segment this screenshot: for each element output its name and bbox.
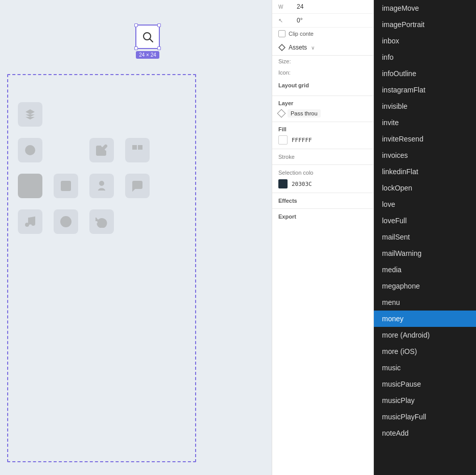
size-field-label: Size: xyxy=(278,58,296,64)
selection-color-title: Selection colo xyxy=(278,170,314,176)
dropdown-item-media[interactable]: media xyxy=(374,262,476,278)
svg-rect-5 xyxy=(61,181,70,191)
dropdown-item-inbox[interactable]: inbox xyxy=(374,33,476,49)
search-icon xyxy=(141,31,154,43)
dropdown-item-infoOutline[interactable]: infoOutline xyxy=(374,65,476,82)
effects-title: Effects xyxy=(278,198,297,204)
dropdown-item-more-ios[interactable]: more (iOS) xyxy=(374,343,476,360)
element-size-label: 24 × 24 xyxy=(136,51,159,59)
main-layout: 24 × 24 xyxy=(0,0,476,475)
size-row: Size: xyxy=(272,56,373,67)
icon-row: Icon: xyxy=(272,67,373,78)
fill-section: Fill FFFFFF xyxy=(272,122,373,149)
properties-panel: W 24 ↖ 0° Clip conte Assets ∨ Size: Icon… xyxy=(272,0,374,475)
icon-cell xyxy=(125,138,150,162)
layer-diamond-icon xyxy=(277,109,286,118)
fill-color-swatch[interactable] xyxy=(278,135,288,145)
diamond-icon xyxy=(278,44,285,51)
icon-cell xyxy=(18,209,42,234)
dropdown-item-imagePortrait[interactable]: imagePortrait xyxy=(374,16,476,33)
layer-title: Layer xyxy=(278,100,367,106)
handle-bl xyxy=(134,46,138,50)
dropdown-item-inviteResend[interactable]: inviteResend xyxy=(374,131,476,147)
svg-point-7 xyxy=(26,223,29,226)
dropdown-item-instagramFlat[interactable]: instagramFlat xyxy=(374,82,476,98)
dropdown-item-money[interactable]: money xyxy=(374,311,476,327)
dropdown-item-musicPause[interactable]: musicPause xyxy=(374,376,476,392)
selection-color-section: Selection colo 20303C xyxy=(272,165,373,193)
angle-value[interactable]: 0° xyxy=(297,17,302,24)
fill-color-row: FFFFFF xyxy=(278,135,367,145)
icon-field-label: Icon: xyxy=(278,69,296,76)
svg-point-6 xyxy=(100,181,104,185)
dropdown-item-love[interactable]: love xyxy=(374,196,476,212)
icon-cell xyxy=(54,174,78,198)
clip-content-row[interactable]: Clip conte xyxy=(272,28,373,40)
selection-color-value[interactable]: 20303C xyxy=(292,181,312,187)
dropdown-item-mailSent[interactable]: mailSent xyxy=(374,229,476,245)
assets-label: Assets xyxy=(289,44,307,51)
selected-element[interactable]: 24 × 24 xyxy=(135,25,160,59)
width-value[interactable]: 24 xyxy=(297,3,303,10)
dropdown-item-invoices[interactable]: invoices xyxy=(374,147,476,163)
angle-row: ↖ 0° xyxy=(272,14,373,28)
svg-rect-3 xyxy=(133,146,136,149)
assets-chevron: ∨ xyxy=(311,45,315,51)
dropdown-item-noteAdd[interactable]: noteAdd xyxy=(374,425,476,441)
icon-cell xyxy=(18,138,42,162)
dropdown-item-mailWarning[interactable]: mailWarning xyxy=(374,245,476,262)
layer-section: Layer Pass throu xyxy=(272,96,373,122)
icon-cell xyxy=(54,209,78,234)
dropdown-item-musicPlayFull[interactable]: musicPlayFull xyxy=(374,409,476,425)
handle-br xyxy=(157,46,161,50)
dropdown-item-invite[interactable]: invite xyxy=(374,114,476,131)
assets-row[interactable]: Assets ∨ xyxy=(272,40,373,56)
dropdown-item-megaphone[interactable]: megaphone xyxy=(374,278,476,294)
export-title: Export xyxy=(278,213,296,220)
svg-rect-4 xyxy=(138,146,142,149)
icon-grid xyxy=(18,102,156,240)
canvas-area[interactable]: 24 × 24 xyxy=(0,0,272,475)
icon-cell xyxy=(125,174,150,198)
layout-grid-title: Layout grid xyxy=(278,82,367,88)
dimensions-row: W 24 xyxy=(272,0,373,14)
width-label: W xyxy=(278,4,294,10)
selection-color-swatch[interactable] xyxy=(278,179,288,188)
icon-cell xyxy=(89,174,114,198)
svg-line-1 xyxy=(150,39,153,42)
export-section: Export xyxy=(272,209,373,224)
clip-checkbox[interactable] xyxy=(278,30,285,37)
stroke-title: Stroke xyxy=(278,154,295,160)
dropdown-item-menu[interactable]: menu xyxy=(374,294,476,311)
clip-content-label: Clip conte xyxy=(289,31,314,37)
stroke-section: Stroke xyxy=(272,149,373,165)
layout-grid-section: Layout grid xyxy=(272,78,373,96)
icon-cell xyxy=(18,102,42,127)
handle-tl xyxy=(134,23,138,27)
dropdown-item-lockOpen[interactable]: lockOpen xyxy=(374,180,476,196)
icon-cell xyxy=(89,138,114,162)
fill-title: Fill xyxy=(278,126,367,132)
sel-color-row: 20303C xyxy=(278,179,367,188)
element-icon-wrapper[interactable] xyxy=(135,25,160,49)
icon-cell xyxy=(89,209,114,234)
angle-label: ↖ xyxy=(278,17,294,24)
svg-point-8 xyxy=(32,222,35,225)
layer-pass-through[interactable]: Pass throu xyxy=(288,109,321,117)
dropdown-item-imageMove[interactable]: imageMove xyxy=(374,0,476,16)
dropdown-item-loveFull[interactable]: loveFull xyxy=(374,212,476,229)
fill-color-value[interactable]: FFFFFF xyxy=(292,137,312,144)
dropdown-item-invisible[interactable]: invisible xyxy=(374,98,476,114)
dropdown-item-more-android[interactable]: more (Android) xyxy=(374,327,476,343)
icon-dropdown-list[interactable]: imageMoveimagePortraitinboxinfoinfoOutli… xyxy=(374,0,476,475)
dropdown-item-music[interactable]: music xyxy=(374,360,476,376)
layer-row: Pass throu xyxy=(278,109,367,117)
effects-section: Effects xyxy=(272,193,373,209)
dropdown-item-info[interactable]: info xyxy=(374,49,476,65)
icon-cell xyxy=(18,174,42,198)
handle-tr xyxy=(157,23,161,27)
dropdown-item-linkedinFlat[interactable]: linkedinFlat xyxy=(374,163,476,180)
dropdown-item-musicPlay[interactable]: musicPlay xyxy=(374,392,476,409)
